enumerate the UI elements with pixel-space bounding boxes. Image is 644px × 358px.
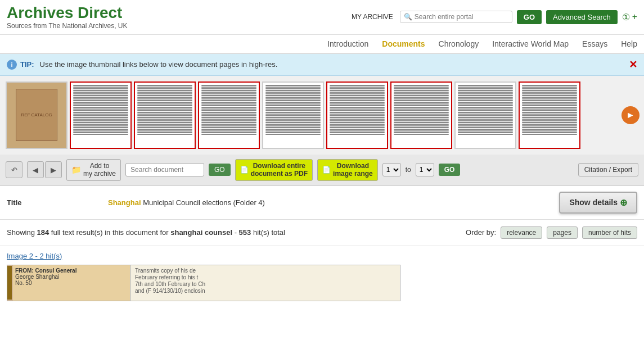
nav-help[interactable]: Help <box>621 39 637 48</box>
logo-area: Archives Direct Sources from The Nationa… <box>7 4 128 30</box>
nav-chronology[interactable]: Chronology <box>439 39 479 48</box>
tip-text: Use the image thumbnail links below to v… <box>40 60 278 69</box>
download-range-button[interactable]: 📄 Downloadimage range <box>317 159 378 181</box>
download-range-label: Downloadimage range <box>333 162 373 178</box>
thumbnails-next-button[interactable]: ► <box>622 106 640 124</box>
citation-export-button[interactable]: Citation / Export <box>578 163 638 176</box>
results-total-text: hit(s) total <box>251 228 285 237</box>
search-document-input[interactable] <box>125 163 204 176</box>
order-by-hits[interactable]: number of hits <box>582 226 637 239</box>
toolbar: ↶ ◀ ▶ 📁 Add tomy archive GO 📄 Download e… <box>0 155 644 186</box>
doc-ref: No. 50 <box>15 280 128 286</box>
plus-circle-icon: ⊕ <box>620 197 627 208</box>
my-archive-label: MY ARCHIVE <box>352 13 393 21</box>
title-value: Shanghai Municipal Council elections (Fo… <box>108 198 559 207</box>
doc-image-left: FROM: Consul General George Shanghai No.… <box>7 265 130 301</box>
doc-line-2: February referring to his t <box>135 274 395 280</box>
results-text-middle: full text result(s) in this document for <box>49 228 170 237</box>
show-details-label: Show details <box>569 198 618 207</box>
results-total: 553 <box>239 228 251 237</box>
tip-label: TIP: <box>20 60 34 69</box>
thumbnail-9[interactable] <box>519 81 580 149</box>
advanced-search-button[interactable]: Advanced Search <box>546 10 618 24</box>
order-by-pages[interactable]: pages <box>547 226 578 239</box>
download-entire-button[interactable]: 📄 Download entiredocument as PDF <box>235 159 313 181</box>
thumbnail-3[interactable] <box>134 81 196 149</box>
logo-title: Archives Direct <box>7 4 128 22</box>
thumbnail-6[interactable] <box>326 81 388 149</box>
cover-text: REF CATALOG <box>21 112 52 117</box>
image-link[interactable]: Image 2 - 2 hit(s) <box>7 252 637 260</box>
results-query: shanghai counsel <box>170 228 232 237</box>
results-text-after: - <box>232 228 239 237</box>
doc-from-name: George Shanghai <box>15 274 128 280</box>
doc-from-label: FROM: Consul General <box>15 268 128 274</box>
range-go-button[interactable]: GO <box>439 164 461 176</box>
search-icon: 🔍 <box>404 13 412 21</box>
download-entire-label: Download entiredocument as PDF <box>251 162 308 178</box>
order-by: Order by: relevance pages number of hits <box>466 226 637 239</box>
pdf-range-icon: 📄 <box>322 166 331 174</box>
title-label: Title <box>7 198 108 207</box>
title-rest: Municipal Council elections (Folder 4) <box>141 198 265 207</box>
nav-arrows: ◀ ▶ <box>27 161 62 178</box>
thumbnail-2[interactable] <box>70 81 132 149</box>
prev-button[interactable]: ◀ <box>27 161 44 178</box>
results-count: 184 <box>37 228 49 237</box>
header: Archives Direct Sources from The Nationa… <box>0 0 644 35</box>
doc-image-right: Transmits copy of his de February referr… <box>130 265 400 301</box>
tip-bar: i TIP: Use the image thumbnail links bel… <box>0 54 644 76</box>
doc-line-3: 7th and 10th February to Ch <box>135 281 395 287</box>
close-icon[interactable]: ✕ <box>629 58 637 71</box>
search-document-go-button[interactable]: GO <box>209 164 231 176</box>
add-to-archive-button[interactable]: 📁 Add tomy archive <box>66 159 121 181</box>
nav-introduction[interactable]: Introduction <box>327 39 368 48</box>
thumbnail-8[interactable] <box>454 81 516 149</box>
thumbnails-area: REF CATALOG <box>0 76 644 155</box>
tip-icon: i <box>7 60 17 70</box>
results-text-before: Showing <box>7 228 37 237</box>
nav-essays[interactable]: Essays <box>582 39 607 48</box>
go-button[interactable]: GO <box>517 10 542 24</box>
tip-content: i TIP: Use the image thumbnail links bel… <box>7 60 277 70</box>
nav-interactive-world-map[interactable]: Interactive World Map <box>492 39 569 48</box>
thumbnail-7[interactable] <box>390 81 452 149</box>
logo-sub: Sources from The National Archives, UK <box>7 22 128 30</box>
range-from-select[interactable]: 12345 <box>382 163 401 176</box>
results-info: Showing 184 full text result(s) in this … <box>0 220 644 246</box>
order-by-label: Order by: <box>466 228 496 237</box>
results-text: Showing 184 full text result(s) in this … <box>7 228 285 237</box>
doc-line-4: and (F 914/130/10) enclosin <box>135 288 395 294</box>
plus-icon[interactable]: + <box>632 12 637 22</box>
doc-spine <box>7 266 12 300</box>
help-icon[interactable]: ① <box>622 12 630 22</box>
next-button[interactable]: ▶ <box>45 161 62 178</box>
header-right: MY ARCHIVE 🔍 GO Advanced Search ① + <box>352 10 637 24</box>
range-to-label: to <box>406 166 411 174</box>
doc-left-content: FROM: Consul General George Shanghai No.… <box>13 265 130 301</box>
nav-bar: Introduction Documents Chronology Intera… <box>0 35 644 54</box>
doc-image-container: FROM: Consul General George Shanghai No.… <box>7 265 637 301</box>
thumbnail-1[interactable]: REF CATALOG <box>6 81 67 149</box>
folder-icon: 📁 <box>71 165 81 174</box>
range-to-select[interactable]: 12345 <box>416 163 434 176</box>
title-highlight: Shanghai <box>108 198 141 207</box>
show-details-button[interactable]: Show details ⊕ <box>559 192 637 214</box>
add-to-archive-label: Add tomy archive <box>83 162 116 178</box>
doc-image-section: Image 2 - 2 hit(s) FROM: Consul General … <box>0 246 644 307</box>
search-input[interactable] <box>415 13 505 21</box>
title-row: Title Shanghai Municipal Council electio… <box>0 186 644 220</box>
doc-line-1: Transmits copy of his de <box>135 268 395 274</box>
nav-documents[interactable]: Documents <box>382 39 425 48</box>
thumbnail-5[interactable] <box>262 81 324 149</box>
pdf-icon: 📄 <box>240 166 249 174</box>
order-by-relevance[interactable]: relevance <box>501 226 542 239</box>
search-box: 🔍 <box>400 11 512 23</box>
help-icons[interactable]: ① + <box>622 12 637 22</box>
back-button[interactable]: ↶ <box>6 161 22 178</box>
thumbnail-4[interactable] <box>198 81 260 149</box>
